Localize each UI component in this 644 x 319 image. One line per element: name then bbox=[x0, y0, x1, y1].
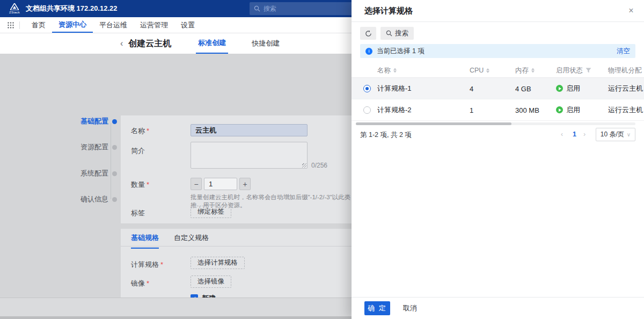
enabled-status-icon bbox=[556, 85, 563, 92]
count-label: 数量* bbox=[131, 180, 149, 190]
step-dot bbox=[112, 145, 117, 150]
search-button[interactable]: 搜索 bbox=[380, 27, 414, 40]
spec-policy: 运行云主机 bbox=[608, 84, 644, 93]
page-size-select[interactable]: 10 条/页 ∨ bbox=[596, 128, 635, 141]
basic-config-card: 名称* 简介 0/256 数量* − + 批量创建云主机时，名称将会自动增加后缀… bbox=[121, 115, 361, 223]
step-resource-config[interactable]: 资源配置 bbox=[74, 142, 117, 152]
sort-icon[interactable] bbox=[486, 68, 489, 73]
spec-state: 启用 bbox=[556, 84, 580, 93]
sort-icon[interactable] bbox=[393, 68, 397, 73]
step-confirm-info[interactable]: 确认信息 bbox=[74, 194, 117, 204]
compute-spec-label: 计算规格* bbox=[131, 260, 163, 270]
drawer-footer: 确 定 取消 bbox=[352, 297, 644, 319]
spec-state: 启用 bbox=[556, 105, 580, 115]
quantity-input[interactable] bbox=[204, 178, 237, 190]
global-search[interactable] bbox=[250, 2, 368, 15]
nav-item-settings[interactable]: 设置 bbox=[174, 17, 201, 33]
table-row[interactable]: 计算规格-2 1 300 MB 启用 运行云主机 bbox=[352, 99, 644, 121]
prev-page-icon[interactable]: ‹ bbox=[561, 130, 563, 138]
description-label: 简介 bbox=[131, 146, 145, 156]
page-title: 创建云主机 bbox=[128, 33, 171, 54]
spec-policy: 运行云主机 bbox=[608, 105, 644, 115]
global-search-input[interactable] bbox=[264, 5, 349, 12]
search-icon bbox=[386, 30, 392, 37]
step-dot bbox=[112, 171, 117, 176]
drawer-header: 选择计算规格 × bbox=[352, 0, 644, 22]
decrement-button[interactable]: − bbox=[191, 178, 202, 190]
filter-icon[interactable] bbox=[586, 68, 591, 74]
chevron-down-icon: ∨ bbox=[627, 132, 631, 137]
spec-cpu: 1 bbox=[470, 106, 473, 114]
scrollbar-thumb[interactable] bbox=[356, 122, 511, 125]
selection-info-bar: i 当前已选择 1 项 清空 bbox=[360, 44, 635, 58]
steps-connector bbox=[111, 123, 111, 199]
refresh-icon bbox=[365, 30, 372, 37]
next-page-icon[interactable]: › bbox=[583, 130, 586, 138]
search-icon bbox=[254, 5, 260, 12]
tag-label: 标签 bbox=[131, 208, 145, 218]
enabled-status-icon bbox=[556, 106, 563, 113]
table-row[interactable]: 计算规格-1 4 4 GB 启用 运行云主机 bbox=[352, 78, 644, 99]
step-dot bbox=[112, 197, 117, 202]
horizontal-scrollbar[interactable] bbox=[356, 122, 635, 125]
column-host-allocation[interactable]: 物理机分配 bbox=[608, 66, 644, 75]
char-counter: 0/256 bbox=[311, 162, 327, 169]
bind-tag-button[interactable]: 绑定标签 bbox=[191, 206, 231, 218]
zstack-logo-icon bbox=[10, 3, 19, 10]
nav-item-home[interactable]: 首页 bbox=[25, 17, 52, 33]
spec-cpu: 4 bbox=[470, 84, 473, 92]
tab-standard-create[interactable]: 标准创建 bbox=[196, 33, 228, 54]
screen: ZStack 文档组共享环境 172.20.12.22 首页 资源中心 平台运维 bbox=[0, 0, 644, 319]
app-grid-icon[interactable] bbox=[0, 17, 19, 33]
sort-icon[interactable] bbox=[531, 68, 535, 73]
nav-item-platform-ops[interactable]: 平台运维 bbox=[93, 17, 134, 33]
info-icon: i bbox=[365, 48, 372, 55]
spec-memory: 4 GB bbox=[515, 84, 531, 92]
increment-button[interactable]: + bbox=[239, 178, 251, 190]
description-textarea[interactable] bbox=[191, 142, 308, 169]
select-compute-spec-drawer: 选择计算规格 × 搜索 i 当前已选择 1 项 清空 名称 bbox=[352, 0, 644, 319]
image-label: 镜像* bbox=[131, 279, 149, 288]
column-memory[interactable]: 内存 bbox=[515, 66, 535, 75]
spec-name: 计算规格-1 bbox=[377, 84, 412, 93]
back-icon[interactable]: ‹ bbox=[120, 33, 123, 54]
cancel-button[interactable]: 取消 bbox=[403, 303, 417, 313]
selection-count-text: 当前已选择 1 项 bbox=[377, 47, 425, 56]
create-mode-tabs: 标准创建 快捷创建 bbox=[196, 33, 303, 54]
zstack-logo: ZStack bbox=[8, 3, 21, 14]
nav-divider bbox=[19, 21, 20, 29]
confirm-button[interactable]: 确 定 bbox=[364, 301, 390, 315]
radio-selected[interactable] bbox=[363, 85, 371, 92]
refresh-button[interactable] bbox=[360, 27, 376, 40]
step-dot bbox=[112, 119, 117, 124]
total-count-text: 第 1-2 项, 共 2 项 bbox=[360, 130, 412, 140]
radio-unselected[interactable] bbox=[363, 106, 371, 114]
name-label: 名称* bbox=[131, 126, 149, 136]
table-header: 名称 CPU 内存 启用状态 物理机分配 bbox=[352, 63, 644, 78]
column-state[interactable]: 启用状态 bbox=[556, 66, 591, 75]
spec-name: 计算规格-2 bbox=[377, 105, 412, 115]
column-name[interactable]: 名称 bbox=[377, 66, 397, 75]
brand-name: ZStack bbox=[9, 11, 20, 14]
spec-memory: 300 MB bbox=[515, 106, 539, 114]
name-input[interactable] bbox=[191, 124, 308, 136]
close-icon[interactable]: × bbox=[626, 5, 636, 16]
column-cpu[interactable]: CPU bbox=[470, 67, 489, 74]
pagination: 第 1-2 项, 共 2 项 ‹ 1 › 10 条/页 ∨ bbox=[352, 128, 644, 142]
select-image-button[interactable]: 选择镜像 bbox=[191, 276, 231, 288]
tab-quick-create[interactable]: 快捷创建 bbox=[250, 33, 282, 54]
clear-selection-link[interactable]: 清空 bbox=[617, 47, 630, 56]
environment-title: 文档组共享环境 172.20.12.22 bbox=[26, 4, 118, 13]
step-system-config[interactable]: 系统配置 bbox=[74, 169, 117, 178]
quantity-stepper: − + bbox=[191, 178, 251, 190]
nav-item-operation-mgmt[interactable]: 运营管理 bbox=[134, 17, 174, 33]
step-basic-config[interactable]: 基础配置 bbox=[74, 117, 117, 126]
nav-item-resource-center[interactable]: 资源中心 bbox=[52, 17, 93, 33]
drawer-title: 选择计算规格 bbox=[364, 6, 413, 16]
select-compute-spec-button[interactable]: 选择计算规格 bbox=[191, 257, 245, 269]
page-number[interactable]: 1 bbox=[573, 130, 576, 138]
tabs-divider bbox=[121, 246, 361, 247]
